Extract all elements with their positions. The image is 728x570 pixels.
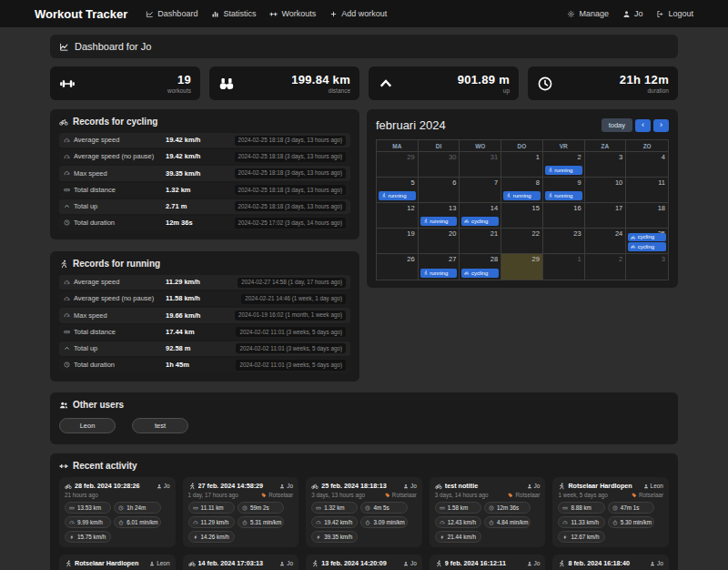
calendar-cell: 29 bbox=[501, 254, 543, 280]
calendar-event-badge[interactable]: running bbox=[503, 191, 541, 200]
app-title[interactable]: Workout Tracker bbox=[35, 7, 127, 21]
calendar-event-badge[interactable]: running bbox=[545, 166, 582, 175]
nav-link[interactable]: Jo bbox=[622, 9, 643, 18]
activity-age: 1 day, 17 hours ago bbox=[188, 492, 238, 498]
record-date-badge[interactable]: 2024-02-25 18:18 (3 days, 13 hours ago) bbox=[235, 152, 346, 162]
calendar-event-badge[interactable]: running bbox=[379, 191, 416, 200]
run-icon bbox=[506, 193, 511, 198]
plus-icon bbox=[329, 10, 338, 18]
activity-grid: 28 feb. 2024 10:28:26 Jo 21 hours ago bbox=[59, 477, 669, 570]
record-date-badge[interactable]: 2024-02-25 18:18 (3 days, 13 hours ago) bbox=[235, 168, 346, 178]
calendar-cell: 22 bbox=[501, 229, 543, 254]
calendar-cell: 9 running bbox=[543, 178, 585, 203]
record-date-badge[interactable]: 2024-02-25 18:18 (3 days, 13 hours ago) bbox=[235, 201, 346, 211]
record-date-badge[interactable]: 2024-02-02 11:01 (3 weeks, 5 days ago) bbox=[236, 343, 346, 353]
nav-link[interactable]: Add workout bbox=[329, 9, 387, 18]
nav-link[interactable]: Statistics bbox=[211, 9, 256, 18]
bolt-icon bbox=[69, 534, 75, 540]
activity-card[interactable]: 13 feb. 2024 14:20:09 Jo 2 weeks, 2 days… bbox=[306, 555, 422, 570]
record-value: 92.58 m bbox=[166, 344, 224, 353]
record-date-badge[interactable]: 2024-02-25 18:18 (3 days, 13 hours ago) bbox=[235, 185, 346, 195]
user-icon bbox=[403, 561, 409, 566]
calendar-day-number: 30 bbox=[449, 153, 456, 161]
activity-card[interactable]: test notitie Jo 3 days, 14 hours ago Rot… bbox=[430, 477, 546, 547]
nav-link[interactable]: Dashboard bbox=[146, 9, 197, 18]
record-row: Total up 2.71 m 2024-02-25 18:18 (3 days… bbox=[59, 199, 350, 214]
run-icon bbox=[548, 193, 553, 198]
run-icon bbox=[423, 270, 429, 276]
activity-card-header: 13 feb. 2024 14:20:09 Jo bbox=[311, 559, 417, 567]
activity-card[interactable]: 9 feb. 2024 16:12:11 Jo 2 weeks, 6 days … bbox=[430, 555, 546, 570]
record-row: Average speed (no pause) 11.58 km/h 2024… bbox=[59, 291, 350, 306]
record-date-badge[interactable]: 2024-02-25 17:02 (3 days, 14 hours ago) bbox=[235, 218, 346, 228]
user-icon bbox=[527, 561, 532, 566]
activity-subheader: 3 days, 14 hours ago Rotselaar bbox=[435, 492, 541, 498]
record-date-badge[interactable]: 2024-02-02 11:01 (3 weeks, 5 days ago) bbox=[236, 327, 346, 337]
clock-icon bbox=[64, 361, 70, 368]
calendar-day-number: 12 bbox=[407, 204, 414, 212]
calendar-event-badge[interactable]: cycling bbox=[461, 217, 499, 226]
record-date-badge[interactable]: 2024-02-21 14:46 (1 week, 1 day ago) bbox=[241, 294, 346, 304]
user-icon bbox=[643, 483, 649, 489]
calendar-cell-badges: running bbox=[545, 191, 582, 200]
activity-card[interactable]: 8 feb. 2024 16:18:40 Jo 2 weeks, 6 days … bbox=[552, 555, 669, 570]
activity-card[interactable]: 25 feb. 2024 18:18:13 Jo 3 days, 13 hour… bbox=[306, 477, 422, 547]
calendar-day-number: 20 bbox=[449, 229, 456, 238]
record-date-badge[interactable]: 2024-01-19 16:02 (1 month, 1 week ago) bbox=[235, 310, 346, 321]
records-panel-title: Records for cycling bbox=[59, 117, 350, 127]
record-date-badge[interactable]: 2024-02-27 14:58 (1 day, 17 hours ago) bbox=[238, 278, 346, 288]
pace-icon bbox=[365, 520, 370, 525]
user-icon bbox=[527, 483, 532, 489]
activity-stats: 11.11 km 59m 2s 11.29 km/h 5.31 min/km bbox=[188, 502, 294, 543]
stat-value: 21h 12m bbox=[620, 73, 669, 87]
today-button[interactable]: today bbox=[602, 118, 632, 132]
nav-link[interactable]: Manage bbox=[567, 9, 609, 18]
calendar-day-number: 18 bbox=[658, 204, 665, 212]
calendar-event-badge[interactable]: running bbox=[545, 191, 582, 200]
tag-icon bbox=[385, 493, 390, 498]
record-date-badge[interactable]: 2024-02-25 18:18 (3 days, 13 hours ago) bbox=[235, 136, 346, 146]
stats-row: 19 workouts 199.84 km distance 901.89 m … bbox=[50, 66, 678, 100]
run-icon bbox=[548, 168, 553, 173]
activity-title: test notitie bbox=[445, 482, 524, 490]
calendar-cell-badges: cycling bbox=[461, 269, 499, 278]
next-month-button[interactable]: › bbox=[653, 119, 669, 132]
activity-card[interactable]: Rotselaar Hardlopen Leon 2 weeks ago Rot… bbox=[59, 555, 176, 570]
activity-user: Jo bbox=[527, 483, 541, 489]
calendar-cell: 2 running bbox=[543, 152, 585, 178]
nav-link[interactable]: Workouts bbox=[269, 9, 316, 18]
calendar-event-badge[interactable]: running bbox=[420, 217, 458, 226]
nav-link[interactable]: Logout bbox=[656, 9, 693, 18]
activity-card[interactable]: 28 feb. 2024 10:28:26 Jo 21 hours ago bbox=[59, 477, 176, 547]
user-button[interactable]: test bbox=[132, 418, 188, 433]
calendar-cell: 2 bbox=[585, 254, 627, 280]
activity-user: Jo bbox=[650, 560, 663, 566]
calendar-cell: 28 cycling bbox=[460, 254, 501, 280]
prev-month-button[interactable]: ‹ bbox=[635, 119, 651, 132]
calendar-event-badge[interactable]: cycling bbox=[461, 269, 499, 278]
calendar-day-number: 24 bbox=[615, 229, 622, 238]
users-icon bbox=[59, 401, 68, 410]
run-icon bbox=[188, 483, 196, 490]
activity-card[interactable]: Rotselaar Hardlopen Leon 1 week, 5 days … bbox=[552, 477, 669, 547]
activity-title: 9 feb. 2024 16:12:11 bbox=[445, 559, 524, 567]
weekday-label: MA bbox=[377, 140, 419, 152]
record-label: Total duration bbox=[64, 219, 166, 228]
nav-link-label: Jo bbox=[634, 9, 643, 18]
record-date-badge[interactable]: 2024-02-02 11:01 (3 weeks, 5 days ago) bbox=[236, 360, 346, 370]
calendar-event-badge[interactable]: cycling bbox=[628, 242, 666, 251]
run-icon bbox=[423, 219, 429, 224]
activity-card[interactable]: 14 feb. 2024 17:03:13 Jo 2 weeks, 1 day … bbox=[183, 555, 299, 570]
activity-card[interactable]: 27 feb. 2024 14:58:29 Jo 1 day, 17 hours… bbox=[183, 477, 299, 547]
calendar-event-badge[interactable]: cycling bbox=[628, 233, 666, 242]
calendar-event-badge[interactable]: running bbox=[420, 269, 458, 278]
ruler-icon bbox=[69, 505, 75, 511]
stat-card: 21h 12m duration bbox=[528, 66, 678, 100]
user-button[interactable]: Leon bbox=[59, 418, 116, 433]
activity-age: 21 hours ago bbox=[65, 492, 98, 498]
stat-unit: distance bbox=[291, 87, 350, 94]
activity-stat-pill: 14.26 km/h bbox=[188, 531, 235, 543]
activity-stat-pill: 12.67 km/h bbox=[558, 531, 604, 543]
bike-icon bbox=[65, 483, 72, 490]
record-label: Max speed bbox=[64, 311, 166, 321]
